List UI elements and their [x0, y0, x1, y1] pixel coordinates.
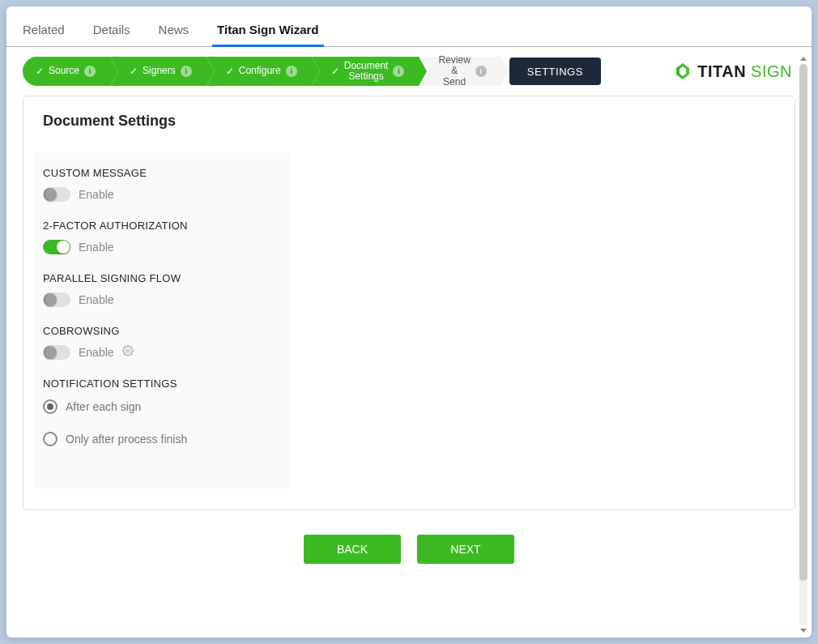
- info-icon: i: [84, 66, 96, 77]
- tab-details[interactable]: Details: [93, 15, 130, 46]
- check-icon: ✓: [130, 66, 138, 76]
- section-two-factor: 2-FACTOR AUTHORIZATION Enable: [35, 220, 279, 254]
- scroll-down-icon[interactable]: [800, 629, 807, 633]
- radio-label: Only after process finish: [66, 433, 187, 446]
- footer-buttons: BACK NEXT: [23, 535, 795, 564]
- section-notification-settings: NOTIFICATION SETTINGS After each sign On…: [35, 377, 279, 446]
- section-label: NOTIFICATION SETTINGS: [43, 377, 279, 390]
- scrollbar-track[interactable]: [799, 64, 807, 625]
- custom-message-toggle[interactable]: [43, 187, 70, 202]
- document-settings-panel: Document Settings CUSTOM MESSAGE Enable …: [23, 96, 795, 510]
- section-custom-message: CUSTOM MESSAGE Enable: [35, 167, 279, 202]
- tab-titan-sign-wizard[interactable]: Titan Sign Wizard: [217, 15, 318, 46]
- info-icon: i: [475, 66, 487, 77]
- radio-label: After each sign: [66, 400, 141, 413]
- tab-news[interactable]: News: [159, 15, 190, 46]
- section-cobrowsing: COBROWSING Enable: [35, 325, 279, 360]
- check-icon: ✓: [226, 66, 234, 76]
- parallel-signing-toggle[interactable]: [43, 292, 70, 307]
- tab-related[interactable]: Related: [23, 15, 65, 46]
- radio-after-process-finish[interactable]: Only after process finish: [43, 432, 279, 446]
- wizard-steps: ✓ Source i ✓ Signers i ✓ Configure i: [23, 57, 501, 86]
- step-source[interactable]: ✓ Source i: [23, 57, 110, 86]
- check-icon: ✓: [36, 66, 44, 76]
- toggle-label: Enable: [79, 188, 114, 201]
- gear-icon[interactable]: [122, 345, 134, 360]
- next-button[interactable]: NEXT: [417, 535, 514, 564]
- section-parallel-signing: PARALLEL SIGNING FLOW Enable: [35, 272, 279, 307]
- info-icon: i: [393, 66, 404, 77]
- scrollbar[interactable]: [798, 57, 809, 633]
- logo-text-sign: SIGN: [751, 62, 792, 81]
- step-configure[interactable]: ✓ Configure i: [207, 57, 312, 86]
- wizard-header: ✓ Source i ✓ Signers i ✓ Configure i: [23, 57, 795, 86]
- titan-sign-logo: TITAN SIGN: [673, 62, 795, 81]
- section-label: CUSTOM MESSAGE: [43, 167, 279, 179]
- logo-text-titan: TITAN: [697, 62, 746, 81]
- toggle-label: Enable: [79, 241, 114, 254]
- logo-icon: [673, 62, 692, 81]
- tab-bar: Related Details News Titan Sign Wizard: [6, 6, 812, 47]
- section-label: 2-FACTOR AUTHORIZATION: [43, 220, 279, 232]
- section-label: COBROWSING: [43, 325, 279, 337]
- step-review-send[interactable]: Review & Send i: [419, 57, 501, 86]
- toggle-label: Enable: [79, 346, 114, 359]
- two-factor-toggle[interactable]: [43, 240, 70, 254]
- panel-title: Document Settings: [43, 113, 775, 130]
- toggle-label: Enable: [79, 293, 114, 306]
- settings-button[interactable]: SETTINGS: [509, 58, 601, 85]
- info-icon: i: [286, 66, 297, 77]
- content-area: ✓ Source i ✓ Signers i ✓ Configure i: [6, 47, 812, 630]
- scrollbar-thumb[interactable]: [799, 64, 807, 581]
- main-card: Related Details News Titan Sign Wizard ✓…: [6, 6, 812, 638]
- scroll-up-icon[interactable]: [800, 57, 807, 61]
- radio-icon: [43, 432, 58, 446]
- info-icon: i: [181, 66, 192, 77]
- svg-point-0: [126, 349, 130, 352]
- section-label: PARALLEL SIGNING FLOW: [43, 272, 279, 284]
- settings-column: CUSTOM MESSAGE Enable 2-FACTOR AUTHORIZA…: [35, 152, 290, 488]
- cobrowsing-toggle[interactable]: [43, 345, 70, 360]
- check-icon: ✓: [331, 66, 339, 76]
- back-button[interactable]: BACK: [304, 535, 401, 564]
- radio-after-each-sign[interactable]: After each sign: [43, 399, 279, 414]
- step-signers[interactable]: ✓ Signers i: [110, 57, 207, 86]
- radio-icon: [43, 399, 58, 414]
- step-document-settings[interactable]: ✓ Document Settings i: [312, 57, 420, 86]
